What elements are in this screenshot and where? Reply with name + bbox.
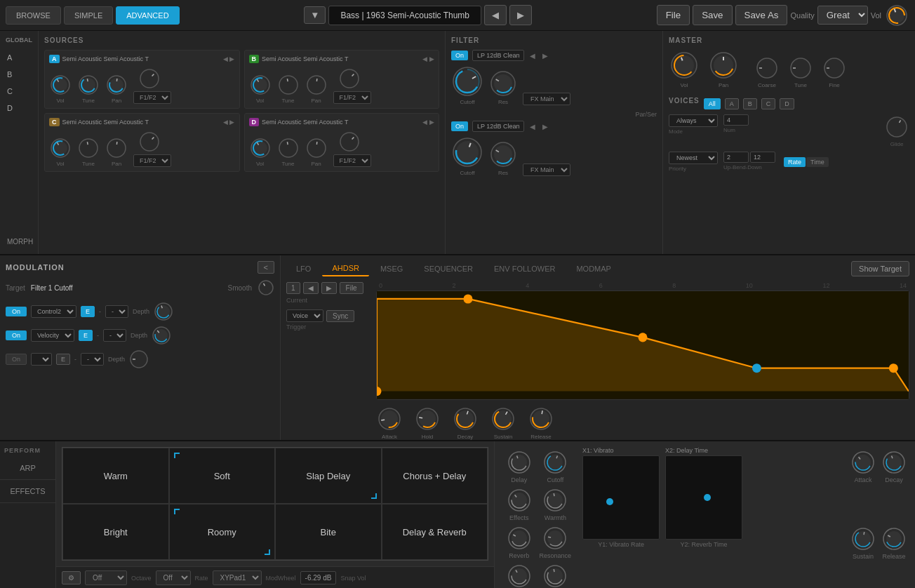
env-graph[interactable] (376, 290, 909, 400)
mod3-sub-select[interactable]: - (81, 353, 104, 366)
sidebar-item-b[interactable]: B (3, 67, 35, 81)
source-b-tune-knob[interactable] (277, 74, 300, 96)
voices-d-btn[interactable]: D (780, 98, 794, 109)
filter2-fx-select[interactable]: FX Main (523, 163, 570, 176)
source-c-pan-knob[interactable] (105, 137, 128, 159)
filter1-on-btn[interactable]: On (451, 51, 468, 60)
rate-btn[interactable]: Rate (784, 157, 806, 167)
source-d-f1f2-select[interactable]: F1/F2 (333, 154, 371, 167)
source-c-tune-knob[interactable] (77, 137, 100, 159)
voices-c-btn[interactable]: C (761, 98, 776, 109)
perform-cell-bite[interactable]: Bite (275, 504, 382, 560)
mod2-on-btn[interactable]: On (6, 330, 27, 340)
hold-knob[interactable] (414, 406, 441, 432)
env-tab-envfollower[interactable]: ENV FOLLOWER (484, 262, 565, 276)
source-a-vol-knob[interactable] (49, 74, 72, 96)
env-tab-mseg[interactable]: MSEG (370, 262, 413, 276)
browse-tab[interactable]: BROWSE (6, 6, 61, 25)
perform-cell-slapdelay[interactable]: Slap Delay (275, 448, 382, 504)
xy-pad2[interactable] (665, 455, 742, 540)
master-tune-knob[interactable] (788, 55, 813, 81)
side-release-knob[interactable] (881, 526, 907, 552)
par-ser-btn[interactable]: Par/Ser (635, 111, 657, 118)
sidebar-item-c[interactable]: C (3, 84, 35, 98)
mod-smooth-knob[interactable] (258, 279, 274, 296)
master-vol-knob[interactable] (669, 50, 700, 81)
file-btn[interactable]: File (657, 5, 690, 25)
perf-reverb-knob[interactable] (507, 526, 532, 551)
save-as-btn[interactable]: Save As (735, 5, 788, 25)
source-c-nav[interactable]: ◀ ▶ (223, 119, 235, 126)
voices-b-btn[interactable]: B (743, 98, 757, 109)
mod1-e-btn[interactable]: E (81, 306, 95, 317)
env-num-next[interactable]: ▶ (321, 282, 337, 294)
master-pan-knob[interactable] (708, 50, 739, 81)
filter1-res-knob[interactable] (489, 69, 517, 98)
mode-select[interactable]: Always (669, 114, 718, 127)
source-d-nav[interactable]: ◀ ▶ (422, 119, 434, 126)
mod1-depth-knob[interactable] (154, 302, 173, 321)
mod1-source-select[interactable]: Control2 (31, 305, 76, 318)
octave-select[interactable]: Off (85, 570, 127, 585)
env-voice-select[interactable]: Voice (286, 309, 323, 322)
side-sustain-knob[interactable] (850, 526, 876, 552)
perform-tab-effects[interactable]: EFFECTS (0, 480, 55, 503)
filter1-nav-next[interactable]: ▶ (541, 52, 549, 60)
side-decay-knob[interactable] (881, 450, 907, 475)
priority-select[interactable]: Newest (669, 152, 718, 164)
xy-pad1[interactable] (582, 455, 660, 540)
env-num-prev[interactable]: ◀ (303, 282, 319, 294)
perform-cell-soft[interactable]: Soft (169, 448, 276, 504)
source-a-nav[interactable]: ◀ ▶ (223, 55, 235, 62)
filter1-nav-prev[interactable]: ◀ (528, 52, 537, 60)
source-d-pan-knob[interactable] (305, 137, 328, 159)
perform-cell-chorusdelay[interactable]: Chorus + Delay (382, 448, 488, 504)
mod2-sub-select[interactable]: - (103, 329, 126, 342)
filter2-cutoff-knob[interactable] (451, 136, 483, 168)
source-c-f1f2-select[interactable]: F1/F2 (133, 154, 171, 167)
sidebar-item-d[interactable]: D (3, 101, 35, 115)
source-a-f1f2-knob[interactable] (138, 67, 166, 90)
mod1-on-btn[interactable]: On (6, 307, 27, 316)
title-dropdown-btn[interactable]: ▼ (304, 6, 326, 24)
perf-resonance-knob[interactable] (542, 526, 568, 551)
source-d-vol-knob[interactable] (249, 137, 272, 159)
master-coarse-knob[interactable] (754, 55, 780, 81)
voices-a-btn[interactable]: A (725, 98, 739, 109)
perform-cell-bright[interactable]: Bright (62, 504, 169, 560)
perform-cell-warm[interactable]: Warm (62, 448, 169, 504)
sidebar-item-morph[interactable]: MORPH (3, 235, 35, 248)
env-tab-lfo[interactable]: LFO (286, 262, 321, 276)
save-btn[interactable]: Save (693, 5, 732, 25)
filter2-nav-next[interactable]: ▶ (541, 123, 549, 131)
sidebar-item-a[interactable]: A (3, 51, 35, 65)
mod3-e-btn[interactable]: E (56, 354, 70, 365)
simple-tab[interactable]: SIMPLE (64, 6, 113, 25)
env-tab-sequencer[interactable]: SEQUENCER (414, 262, 483, 276)
source-b-vol-knob[interactable] (249, 74, 272, 96)
quality-select[interactable]: Great (817, 6, 868, 25)
show-target-btn[interactable]: Show Target (851, 261, 909, 276)
side-attack-knob[interactable] (850, 450, 876, 475)
bend-num1[interactable] (723, 152, 749, 163)
source-a-f1f2-select[interactable]: F1/F2 (133, 91, 171, 104)
env-tab-modmap[interactable]: MODMAP (566, 262, 621, 276)
sustain-knob[interactable] (490, 406, 516, 432)
env-sync-btn[interactable]: Sync (326, 310, 354, 322)
source-b-nav[interactable]: ◀ ▶ (422, 55, 434, 62)
source-d-f1f2-knob[interactable] (338, 131, 366, 153)
perf-humanize-knob[interactable] (507, 563, 532, 588)
perf-effects-knob[interactable] (507, 488, 532, 513)
nav-next-btn[interactable]: ▶ (509, 5, 532, 25)
glide-knob[interactable] (884, 114, 909, 140)
mod3-depth-knob[interactable] (129, 349, 149, 369)
vol-knob[interactable] (884, 3, 909, 28)
filter1-cutoff-knob[interactable] (451, 65, 483, 98)
source-b-f1f2-knob[interactable] (338, 67, 366, 90)
source-a-pan-knob[interactable] (105, 74, 128, 96)
filter2-res-knob[interactable] (489, 140, 517, 168)
mod2-source-select[interactable]: Velocity (31, 329, 74, 342)
source-b-f1f2-select[interactable]: F1/F2 (333, 91, 371, 104)
perform-cell-roomy[interactable]: Roomy (169, 504, 276, 560)
modwheel-select[interactable]: XYPad1X (213, 570, 262, 585)
